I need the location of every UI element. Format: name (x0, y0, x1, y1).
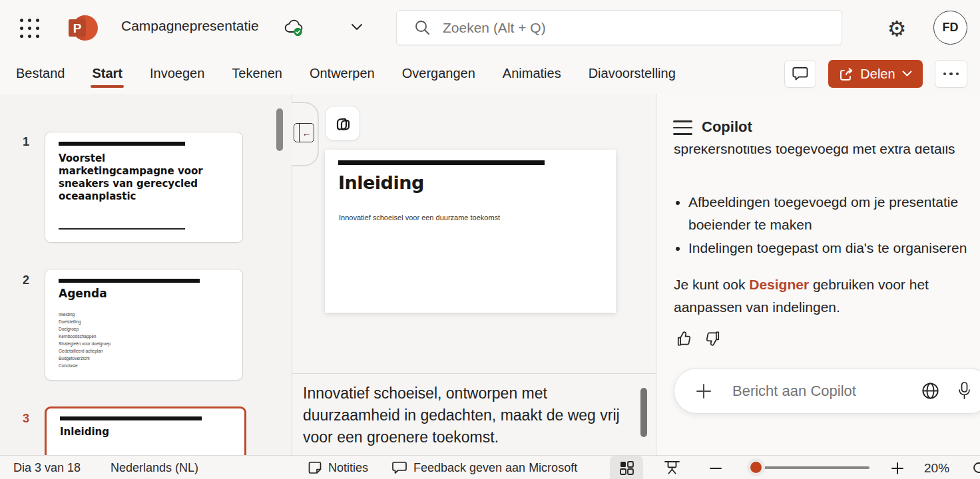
comment-icon (792, 66, 809, 82)
copilot-panel: Copilot sprekersnotities toegevoegd met … (656, 94, 980, 455)
copilot-bullet: Afbeeldingen toegevoegd om je presentati… (688, 191, 975, 236)
zoom-level-value[interactable]: 20% (924, 461, 949, 476)
zoom-slider-track[interactable] (747, 466, 869, 469)
slide-thumbnail-panel: 1 Voorstel marketingcampagne voor sneake… (0, 94, 292, 455)
avatar-initials: FD (943, 21, 959, 35)
collapse-panel-button[interactable]: ← (294, 123, 314, 142)
slide-2-title: Agenda (59, 287, 107, 300)
tab-start[interactable]: Start (91, 63, 124, 86)
slide-3-number: 3 (15, 412, 37, 426)
designer-link[interactable]: Designer (749, 277, 809, 292)
ribbon-more-button[interactable] (935, 60, 967, 88)
ellipsis-icon (943, 73, 959, 76)
slide-2-thumbnail[interactable]: Agenda Inleiding Doelstelling Doelgroep … (45, 269, 243, 381)
slideshow-view-button[interactable] (663, 459, 681, 476)
grid-view-icon (618, 460, 634, 476)
content-area: 1 Voorstel marketingcampagne voor sneake… (0, 94, 980, 455)
arrow-left-icon: ← (300, 124, 314, 142)
copilot-bullet-list: Afbeeldingen toegevoegd om je presentati… (688, 191, 975, 260)
share-button[interactable]: Delen (828, 60, 923, 88)
thumbs-down-icon[interactable] (704, 330, 722, 347)
copilot-paragraph: Je kunt ook Designer gebruiken voor het … (674, 273, 967, 319)
tab-animaties[interactable]: Animaties (501, 63, 563, 86)
app-launcher-icon[interactable] (17, 16, 41, 40)
slide-editor-area: ← Inleiding Innovatief schoeisel voor ee… (292, 94, 656, 455)
copilot-icon (333, 114, 353, 134)
ribbon-tabs: Bestand Start Invoegen Tekenen Ontwerpen… (15, 56, 677, 94)
share-label: Delen (860, 67, 895, 82)
tab-bestand[interactable]: Bestand (15, 63, 66, 86)
projector-icon (663, 459, 681, 476)
slide-3-title: Inleiding (60, 426, 109, 438)
feedback-label: Feedback geven aan Microsoft (413, 461, 577, 475)
share-icon (838, 67, 854, 82)
slide-1-number: 1 (15, 135, 37, 149)
search-input[interactable]: Zoeken (Alt + Q) (396, 10, 842, 45)
document-title[interactable]: Campagnepresentatie (121, 18, 259, 34)
slide-sorter-view-button[interactable] (610, 456, 643, 479)
add-attachment-icon[interactable] (695, 383, 712, 400)
search-placeholder: Zoeken (Alt + Q) (443, 20, 546, 36)
user-avatar[interactable]: FD (933, 11, 967, 45)
title-chevron-down-icon[interactable] (349, 21, 365, 33)
zoom-slider-thumb[interactable] (747, 458, 765, 476)
collapse-tab: ← (292, 102, 319, 166)
app-top-bar: P Campagnepresentatie Zoeken (Alt + Q) ⚙… (0, 0, 980, 56)
svg-text:P: P (73, 21, 82, 35)
copilot-panel-title: Copilot (702, 118, 752, 136)
comments-button[interactable] (784, 60, 816, 88)
powerpoint-logo-icon[interactable]: P (67, 12, 99, 44)
notes-icon (308, 460, 322, 475)
globe-icon[interactable] (921, 381, 940, 400)
copilot-message-clipped: sprekersnotities toegevoegd met extra de… (674, 146, 975, 190)
notes-divider[interactable] (292, 373, 656, 374)
feedback-button[interactable]: Feedback geven aan Microsoft (391, 456, 577, 479)
notes-label: Notities (328, 461, 368, 475)
ribbon-bar: Bestand Start Invoegen Tekenen Ontwerpen… (0, 56, 980, 94)
search-icon (414, 19, 431, 36)
slide-counter[interactable]: Dia 3 van 18 (13, 461, 81, 475)
tab-overgangen[interactable]: Overgangen (401, 63, 477, 86)
copilot-chat-input[interactable]: Bericht aan Copilot (674, 368, 980, 414)
slide-title-text[interactable]: Inleiding (338, 172, 424, 193)
slide-1-title: Voorstel marketingcampagne voor sneakers… (59, 152, 212, 203)
slide-2-agenda-list: Inleiding Doelstelling Doelgroep Kernboo… (59, 311, 111, 369)
chat-input-placeholder: Bericht aan Copilot (732, 383, 921, 400)
tab-tekenen[interactable]: Tekenen (230, 63, 284, 86)
share-chevron-down-icon (901, 70, 913, 78)
slide-canvas[interactable]: Inleiding Innovatief schoeisel voor een … (325, 150, 616, 313)
fit-to-window-button[interactable] (971, 460, 980, 476)
copilot-button[interactable] (325, 106, 360, 141)
slide-3-thumbnail-selected[interactable]: Inleiding (45, 406, 246, 455)
copilot-bullet: Indelingen toegepast om dia's te organis… (688, 237, 975, 259)
zoom-out-button[interactable] (708, 460, 724, 476)
panel-icon (294, 124, 300, 142)
notes-scrollbar[interactable] (640, 388, 647, 437)
slide-1-thumbnail[interactable]: Voorstel marketingcampagne voor sneakers… (45, 132, 243, 243)
tab-ontwerpen[interactable]: Ontwerpen (308, 63, 376, 86)
microphone-icon[interactable] (957, 381, 971, 400)
settings-gear-icon[interactable]: ⚙ (883, 15, 911, 43)
language-selector[interactable]: Nederlands (NL) (111, 461, 198, 475)
status-bar: Dia 3 van 18 Nederlands (NL) Notities Fe… (0, 455, 980, 479)
thumbs-up-icon[interactable] (675, 330, 692, 347)
speaker-notes-text[interactable]: Innovatief schoeisel, ontworpen met duur… (303, 383, 636, 448)
zoom-in-button[interactable] (889, 460, 905, 476)
notes-toggle-button[interactable]: Notities (308, 456, 368, 479)
tab-diavoorstelling[interactable]: Diavoorstelling (587, 63, 677, 86)
slide-subtitle-text[interactable]: Innovatief schoeisel voor een duurzame t… (339, 214, 500, 222)
thumbnail-scrollbar[interactable] (276, 108, 283, 151)
copilot-menu-icon[interactable] (673, 120, 692, 135)
feedback-bubble-icon (391, 460, 407, 475)
slide-2-number: 2 (15, 273, 37, 287)
tab-invoegen[interactable]: Invoegen (148, 63, 206, 86)
cloud-saved-icon[interactable] (284, 19, 306, 39)
slide-accent-bar (338, 160, 545, 165)
